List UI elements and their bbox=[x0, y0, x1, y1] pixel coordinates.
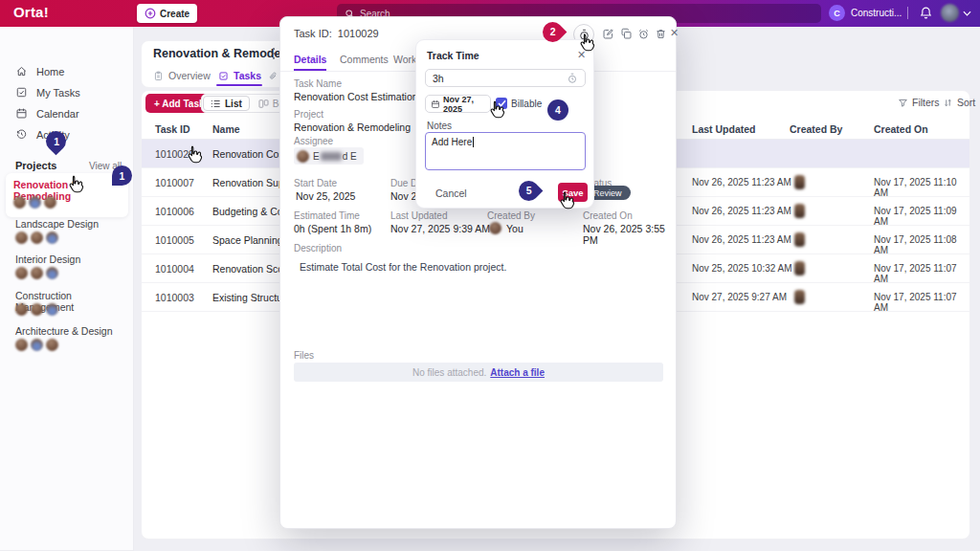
cancel-button[interactable]: Cancel bbox=[435, 187, 467, 199]
notes-label: Notes bbox=[427, 121, 452, 131]
sidebar-project[interactable]: Interior Design bbox=[15, 253, 80, 265]
sidebar: Home My Tasks Calendar Activity Projects bbox=[0, 27, 134, 551]
field-label: Project bbox=[294, 109, 323, 120]
member-avatar bbox=[46, 267, 58, 279]
estimated-time-value: 0h (Spent 1h 8m) bbox=[294, 223, 371, 234]
date-picker[interactable]: Nov 27, 2025 bbox=[425, 95, 491, 113]
member-avatar bbox=[15, 231, 28, 244]
member-avatar bbox=[15, 303, 28, 316]
description-text: Estimate Total Cost for the Renovation p… bbox=[300, 261, 506, 273]
annotation-badge-1: 1 bbox=[112, 165, 132, 186]
check-square-icon bbox=[15, 86, 28, 99]
edit-icon[interactable] bbox=[602, 28, 614, 40]
field-label: Task Name bbox=[294, 78, 342, 89]
home-icon bbox=[15, 65, 28, 77]
user-avatar[interactable] bbox=[941, 4, 959, 22]
cell-last-updated: Nov 26, 2025 11:23 AM bbox=[692, 206, 791, 216]
assignee-name: Ed E bbox=[313, 151, 357, 162]
col-header-name[interactable]: Name bbox=[212, 123, 240, 135]
sidebar-project[interactable]: Architecture & Design bbox=[15, 325, 113, 337]
modal-tab-details[interactable]: Details bbox=[294, 54, 326, 65]
sidebar-item-home[interactable]: Home bbox=[15, 65, 64, 77]
field-label: Files bbox=[294, 350, 314, 361]
created-on-value: Nov 26, 2025 3:55 PM bbox=[583, 223, 676, 246]
last-updated-value: Nov 27, 2025 9:39 AM bbox=[390, 223, 490, 234]
alarm-icon[interactable] bbox=[637, 28, 650, 40]
tab-overview[interactable]: Overview bbox=[153, 70, 211, 81]
member-avatar bbox=[29, 196, 41, 209]
member-avatar bbox=[46, 303, 58, 316]
field-label: Last Updated bbox=[390, 210, 448, 221]
workspace-avatar[interactable]: C bbox=[829, 5, 845, 21]
created-by-value: You bbox=[506, 223, 523, 234]
sidebar-item-my-tasks[interactable]: My Tasks bbox=[15, 86, 80, 99]
cell-created-on: Nov 17, 2025 11:10 AM bbox=[874, 177, 969, 198]
member-avatar bbox=[13, 196, 26, 209]
trash-icon[interactable] bbox=[655, 28, 667, 40]
calendar-icon bbox=[15, 107, 28, 120]
active-tab-underline bbox=[216, 84, 262, 86]
member-avatar bbox=[46, 231, 58, 244]
field-label: Estimated Time bbox=[294, 210, 360, 221]
copy-icon[interactable] bbox=[620, 28, 633, 40]
project-value: Renovation & Remodeling bbox=[294, 121, 411, 133]
close-icon[interactable]: ✕ bbox=[670, 27, 679, 39]
check-square-icon bbox=[218, 71, 229, 81]
history-icon bbox=[15, 128, 28, 141]
cursor-icon bbox=[67, 174, 85, 194]
modal-tab-comments[interactable]: Comments bbox=[340, 54, 389, 65]
workspace-name[interactable]: Constructi... bbox=[851, 8, 902, 18]
filters-button[interactable]: Filters bbox=[898, 97, 940, 108]
list-view-button[interactable]: List bbox=[203, 96, 250, 111]
col-header-created-by[interactable]: Created By bbox=[790, 123, 842, 135]
sidebar-project[interactable]: Landscape Design bbox=[15, 218, 99, 230]
member-avatar bbox=[31, 231, 43, 244]
plus-circle-icon bbox=[145, 8, 156, 19]
creator-avatar bbox=[794, 232, 805, 247]
cell-created-on: Nov 17, 2025 11:09 AM bbox=[874, 206, 969, 227]
paperclip-icon bbox=[268, 71, 278, 81]
assignee-avatar bbox=[297, 150, 309, 163]
tab-tasks[interactable]: Tasks bbox=[218, 70, 261, 81]
col-header-created-on[interactable]: Created On bbox=[874, 123, 928, 135]
sort-button[interactable]: Sort bbox=[943, 97, 975, 108]
cell-task-id: 1010003 bbox=[155, 292, 194, 303]
chevron-down-icon[interactable] bbox=[963, 11, 971, 16]
cursor-icon bbox=[558, 190, 576, 210]
col-header-task-id[interactable]: Task ID bbox=[155, 123, 190, 135]
board-icon bbox=[258, 99, 269, 108]
sidebar-item-calendar[interactable]: Calendar bbox=[15, 107, 79, 120]
member-avatar bbox=[46, 339, 58, 351]
assignee-chip[interactable]: Ed E bbox=[294, 147, 364, 165]
cell-last-updated: Nov 25, 2025 10:32 AM bbox=[692, 263, 792, 274]
text-caret bbox=[473, 137, 474, 147]
cell-task-id: 1010004 bbox=[155, 263, 194, 275]
stopwatch-icon bbox=[567, 73, 578, 84]
cell-created-on: Nov 17, 2025 11:07 AM bbox=[874, 263, 969, 284]
bell-icon[interactable] bbox=[919, 6, 933, 20]
cell-task-id: 1010007 bbox=[155, 177, 194, 188]
clipboard-icon bbox=[153, 71, 164, 81]
creator-avatar bbox=[794, 204, 805, 218]
app-logo[interactable]: Orta! bbox=[13, 4, 49, 20]
track-time-popup: Track Time ✕ 3h Nov 27, 2025 bbox=[415, 39, 594, 209]
field-label: Created By bbox=[487, 210, 535, 221]
files-empty-state: No files attached. Attach a file bbox=[294, 363, 663, 382]
col-header-last-updated[interactable]: Last Updated bbox=[692, 123, 756, 135]
cell-last-updated: Nov 26, 2025 11:23 AM bbox=[692, 234, 791, 245]
cell-last-updated: Nov 27, 2025 9:27 AM bbox=[692, 292, 787, 302]
creator-avatar bbox=[794, 290, 805, 304]
notes-textarea[interactable]: Add Here bbox=[425, 132, 586, 170]
sort-icon bbox=[943, 98, 953, 108]
kebab-menu-icon[interactable] bbox=[272, 47, 276, 60]
field-label: Assignee bbox=[294, 136, 333, 146]
field-label: Start Date bbox=[294, 178, 337, 188]
duration-input[interactable]: 3h bbox=[425, 69, 586, 87]
attach-file-link[interactable]: Attach a file bbox=[490, 367, 545, 378]
cell-last-updated: Nov 26, 2025 11:23 AM bbox=[692, 177, 791, 187]
topbar-divider bbox=[907, 7, 908, 19]
create-button[interactable]: Create bbox=[137, 4, 197, 23]
app-root: Orta! Create Search C Constructi... bbox=[0, 0, 980, 551]
member-avatar bbox=[31, 303, 43, 316]
projects-header: Projects bbox=[15, 160, 56, 171]
